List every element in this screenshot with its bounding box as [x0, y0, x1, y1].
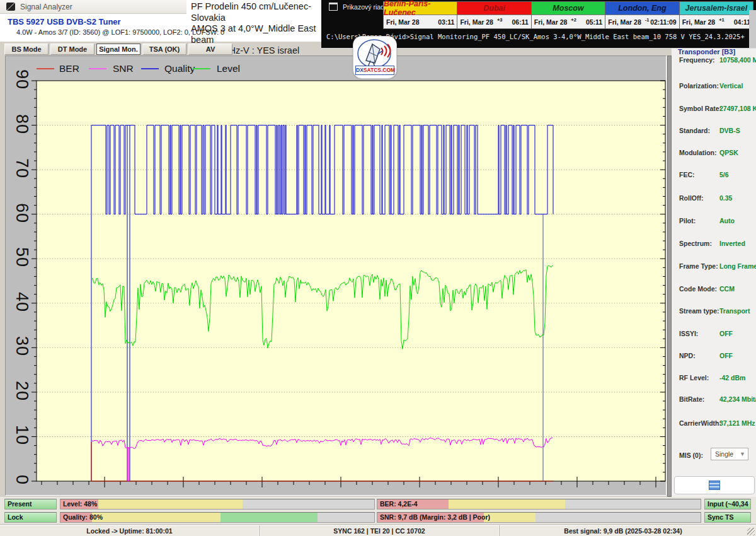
param-label: Spectrum:: [679, 240, 712, 247]
param-label: Frequency:: [679, 56, 715, 64]
tab-av-stopped-[interactable]: AV (Stopped): [188, 44, 232, 55]
param-rf-level-: RF Level:-42 dBm: [672, 374, 756, 383]
param-symbol-rate-: Symbol Rate:27497,108 KS/s: [672, 105, 756, 114]
terminal-scrollbar[interactable]: [749, 10, 756, 48]
mis-dropdown[interactable]: Single ▼: [711, 448, 748, 460]
y-axis-label: 0: [13, 469, 31, 491]
clock-city: Berlin-Paris-Lučenec: [384, 2, 457, 15]
param-label: Polarization:: [679, 82, 719, 90]
clock-datetime: Fri, Mar 28-102:11:09: [605, 15, 679, 28]
ber-legend-label: BER: [59, 63, 79, 74]
y-axis-label: 80: [13, 113, 31, 136]
param-value: QPSK: [719, 149, 738, 156]
dxsatcs-logo: DXSATCS.COM: [353, 36, 397, 79]
resize-grip[interactable]: [747, 528, 755, 535]
param-label: Frame Type:: [679, 262, 718, 270]
param-issyi-: ISSYI:OFF: [672, 330, 756, 339]
app-titlebar[interactable]: Signal Analyzer: [0, 0, 186, 14]
status-uptime: Locked -> Uptime: 81:00:01: [0, 525, 260, 536]
param-label: Stream type:: [679, 307, 719, 315]
param-label: ISSYI:: [679, 330, 698, 337]
sync-ts-indicator: Sync TS: [704, 512, 751, 523]
param-value: Auto: [719, 217, 735, 224]
lock-indicator: Lock: [4, 512, 57, 523]
ber-meter: BER: 4,2E-4: [377, 499, 701, 510]
param-frame-type-: Frame Type:Long Frame: [672, 262, 756, 271]
clock-city: Moscow: [532, 2, 605, 15]
param-frequency-: Frequency:10758,400 MHz: [672, 56, 756, 65]
transport-list-button[interactable]: [674, 476, 755, 494]
signal-chart-panel: BERSNRQualityLevel 0102030405060708090: [5, 55, 667, 496]
status-sync-counts: SYNC 162 | TEI 20 | CC 10702: [260, 525, 500, 536]
list-icon: [709, 481, 720, 490]
sidebar-scrollbar[interactable]: [667, 55, 672, 497]
level-legend-label: Level: [217, 63, 240, 74]
param-label: CarrierWidth:: [679, 419, 721, 427]
terminal-icon: [329, 3, 338, 11]
ber-meter-segment: [449, 499, 565, 509]
quality-legend-label: Quality: [164, 63, 195, 74]
clock-datetime: Fri, Mar 28+104:11: [680, 15, 753, 28]
status-best-signal: Best signal: 9,9 dB (2025-03-28 02:34): [500, 525, 747, 536]
transponder-header: Transponder [B3]: [678, 48, 735, 55]
param-value: DVB-S: [719, 127, 740, 134]
param-carrierwidth-: CarrierWidth:37,121 MHz: [672, 419, 756, 428]
status-bar: Locked -> Uptime: 81:00:01 SYNC 162 | TE…: [0, 525, 756, 536]
snr-meter-segment: [484, 513, 536, 522]
ber-legend-swatch: [37, 68, 54, 69]
param-rolloff-: RollOff:0.35: [672, 194, 756, 203]
tab-dt-mode[interactable]: DT Mode: [50, 44, 94, 55]
param-label: Symbol Rate:: [679, 105, 721, 112]
mis-label: MIS (0):: [679, 452, 703, 459]
tab-signal-mon-[interactable]: Signal Mon.: [96, 44, 140, 55]
quality-meter-segment: [92, 513, 220, 522]
level-meter-segment: [98, 499, 243, 509]
clock-city: London, Eng: [605, 2, 679, 15]
param-label: RF Level:: [679, 374, 709, 382]
param-label: Modulation:: [679, 149, 716, 156]
tab-bs-mode[interactable]: BS Mode: [4, 44, 49, 55]
param-value: Inverted: [719, 240, 745, 247]
param-standard-: Standard:DVB-S: [672, 127, 756, 136]
y-axis-label: 90: [13, 68, 31, 91]
param-value: OFF: [719, 352, 733, 359]
snr-meter: SNR: 9,7 dB (Margin: 3,2 dB | Poor): [377, 512, 701, 523]
param-npd-: NPD:OFF: [672, 352, 756, 361]
param-fec-: FEC:5/6: [672, 171, 756, 180]
world-clocks: Berlin-Paris-LučenecFri, Mar 2803:11Duba…: [383, 1, 753, 29]
param-value: -42 dBm: [719, 374, 745, 382]
y-axis-label: 70: [13, 157, 31, 180]
param-label: RollOff:: [679, 194, 704, 202]
tab-tsa-ok-[interactable]: TSA (OK): [142, 44, 186, 55]
note-line: PF Prodelin 450 cm/Lučenec-Slovakia: [191, 1, 323, 23]
param-value: OFF: [719, 330, 733, 337]
quality-meter-segment: [220, 513, 318, 522]
clock-moscow: MoscowFri, Mar 28+205:11: [532, 2, 605, 28]
dxsatcs-wordmark: DXSATCS.COM: [355, 66, 394, 75]
param-value: 0.35: [719, 194, 732, 202]
y-axis-label: 60: [13, 202, 31, 224]
param-pilot-: Pilot:Auto: [672, 217, 756, 226]
y-axis-label: 20: [13, 380, 31, 402]
param-label: Code Mode:: [679, 285, 717, 293]
level-meter: Level: 48%: [60, 499, 375, 510]
chart-plot: [30, 79, 668, 491]
app-icon: [6, 3, 15, 11]
mis-value: Single: [715, 450, 733, 458]
snr-legend-swatch: [89, 68, 106, 69]
terminal-titlebar[interactable]: Prikazový riadok: [329, 3, 391, 11]
param-value: 5/6: [719, 171, 729, 178]
param-value: CCM: [719, 285, 735, 293]
param-value: Vertical: [719, 82, 743, 90]
app-title: Signal Analyzer: [20, 3, 72, 11]
param-value: Long Frame: [719, 262, 756, 270]
clock-datetime: Fri, Mar 28+205:11: [532, 15, 605, 28]
param-value: 37,121 MHz: [719, 419, 755, 427]
y-axis-label: 50: [13, 246, 31, 269]
level-legend-swatch: [193, 68, 210, 69]
y-axis-label: 30: [13, 335, 31, 358]
clock-jerusalem-israel: Jerusalem-IsraelFri, Mar 28+104:11: [680, 2, 753, 28]
y-axis-label: 10: [13, 424, 31, 446]
clock-datetime: Fri, Mar 28+306:11: [457, 15, 530, 28]
param-label: BitRate:: [679, 395, 704, 403]
